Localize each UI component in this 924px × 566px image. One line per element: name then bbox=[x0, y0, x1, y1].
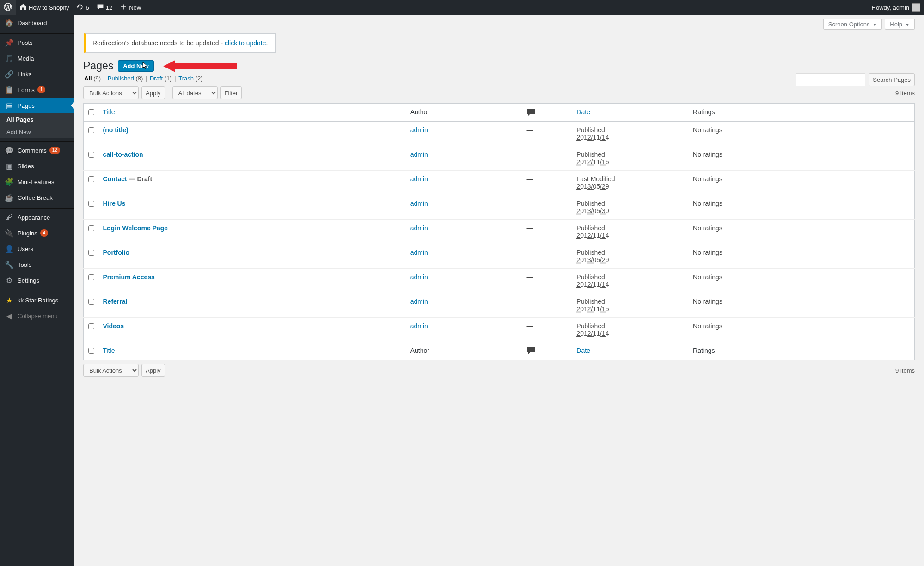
update-icon bbox=[76, 3, 84, 12]
bulk-apply-button-bottom[interactable]: Apply bbox=[141, 364, 165, 377]
author-link[interactable]: admin bbox=[410, 126, 428, 134]
sidebar-item-dashboard[interactable]: 🏠Dashboard bbox=[0, 15, 74, 31]
sidebar-item-slides[interactable]: ▣Slides bbox=[0, 158, 74, 174]
sidebar-item-label: Slides bbox=[18, 163, 34, 170]
filter-trash[interactable]: Trash bbox=[178, 75, 195, 82]
bulk-actions-select[interactable]: Bulk Actions bbox=[83, 86, 139, 99]
row-checkbox[interactable] bbox=[88, 127, 94, 133]
sidebar-item-collapse[interactable]: ◀Collapse menu bbox=[0, 308, 74, 324]
ratings-cell: No ratings bbox=[688, 122, 914, 146]
sidebar-item-forms[interactable]: 📋Forms1 bbox=[0, 82, 74, 98]
bulk-actions-select-bottom[interactable]: Bulk Actions bbox=[83, 364, 139, 377]
row-checkbox[interactable] bbox=[88, 152, 94, 158]
column-comments[interactable] bbox=[522, 104, 572, 122]
table-row: Referraladmin—Published2012/11/15No rati… bbox=[84, 293, 915, 318]
author-link[interactable]: admin bbox=[410, 273, 428, 281]
search-pages-button[interactable]: Search Pages bbox=[869, 73, 915, 86]
annotation-arrow bbox=[163, 60, 237, 72]
column-title[interactable]: Title bbox=[103, 108, 115, 116]
wp-logo[interactable] bbox=[0, 0, 16, 15]
screen-options-button[interactable]: Screen Options▼ bbox=[823, 19, 882, 30]
home-icon bbox=[19, 3, 27, 12]
sidebar-item-tools[interactable]: 🔧Tools bbox=[0, 257, 74, 272]
page-link[interactable]: Contact bbox=[103, 175, 127, 183]
items-count-bottom: 9 items bbox=[895, 367, 915, 374]
column-author: Author bbox=[406, 104, 522, 122]
posts-icon: 📌 bbox=[5, 38, 14, 47]
sidebar-item-label: Dashboard bbox=[18, 19, 47, 26]
help-button[interactable]: Help▼ bbox=[885, 19, 915, 30]
sidebar-item-media[interactable]: 🎵Media bbox=[0, 50, 74, 66]
column-comments-foot[interactable] bbox=[522, 342, 572, 360]
sidebar-item-settings[interactable]: ⚙Settings bbox=[0, 272, 74, 288]
comments-cell: — bbox=[522, 293, 572, 318]
filter-draft[interactable]: Draft bbox=[150, 75, 165, 82]
sidebar-item-label: Collapse menu bbox=[18, 313, 58, 320]
sidebar-item-plugins[interactable]: 🔌Plugins4 bbox=[0, 225, 74, 241]
new-content[interactable]: New bbox=[116, 0, 145, 15]
page-link[interactable]: Portfolio bbox=[103, 249, 130, 256]
updates[interactable]: 6 bbox=[73, 0, 92, 15]
author-link[interactable]: admin bbox=[410, 175, 428, 183]
author-link[interactable]: admin bbox=[410, 224, 428, 232]
sidebar-item-coffeebreak[interactable]: ☕Coffee Break bbox=[0, 190, 74, 205]
page-link[interactable]: Premium Access bbox=[103, 273, 155, 281]
bulk-apply-button[interactable]: Apply bbox=[141, 86, 165, 99]
badge: 4 bbox=[40, 229, 49, 237]
sidebar-item-label: Tools bbox=[18, 261, 31, 268]
comments[interactable]: 12 bbox=[93, 0, 116, 15]
sidebar-item-links[interactable]: 🔗Links bbox=[0, 66, 74, 82]
sidebar-item-comments[interactable]: 💬Comments12 bbox=[0, 142, 74, 158]
ratings-cell: No ratings bbox=[688, 269, 914, 293]
author-link[interactable]: admin bbox=[410, 200, 428, 207]
select-all-top[interactable] bbox=[88, 109, 94, 115]
sidebar-item-minifeatures[interactable]: 🧩Mini-Features bbox=[0, 174, 74, 190]
filter-button[interactable]: Filter bbox=[220, 86, 242, 99]
notice-update-link[interactable]: click to update bbox=[225, 39, 266, 47]
sidebar-sub-add-new[interactable]: Add New bbox=[0, 126, 74, 138]
author-link[interactable]: admin bbox=[410, 249, 428, 256]
ratings-cell: No ratings bbox=[688, 318, 914, 342]
sidebar-item-appearance[interactable]: 🖌Appearance bbox=[0, 209, 74, 225]
row-checkbox[interactable] bbox=[88, 250, 94, 256]
plugins-icon: 🔌 bbox=[5, 229, 14, 238]
add-new-button[interactable]: Add New bbox=[118, 60, 154, 72]
ratings-cell: No ratings bbox=[688, 195, 914, 220]
sidebar-item-label: Links bbox=[18, 71, 31, 78]
column-title-foot[interactable]: Title bbox=[103, 347, 115, 354]
author-link[interactable]: admin bbox=[410, 151, 428, 158]
page-link[interactable]: Videos bbox=[103, 322, 124, 330]
sidebar-sub-all-pages[interactable]: All Pages bbox=[0, 113, 74, 126]
row-checkbox[interactable] bbox=[88, 176, 94, 182]
author-link[interactable]: admin bbox=[410, 298, 428, 305]
page-link[interactable]: Hire Us bbox=[103, 200, 126, 207]
row-checkbox[interactable] bbox=[88, 323, 94, 329]
column-date[interactable]: Date bbox=[576, 108, 590, 116]
column-date-foot[interactable]: Date bbox=[576, 347, 590, 354]
page-link[interactable]: call-to-action bbox=[103, 151, 143, 158]
row-checkbox[interactable] bbox=[88, 201, 94, 207]
search-input[interactable] bbox=[796, 73, 865, 86]
my-account[interactable]: Howdy, admin bbox=[868, 0, 924, 15]
sidebar-item-kkstar[interactable]: ★kk Star Ratings bbox=[0, 292, 74, 308]
row-checkbox[interactable] bbox=[88, 225, 94, 231]
sidebar-item-users[interactable]: 👤Users bbox=[0, 241, 74, 257]
author-link[interactable]: admin bbox=[410, 322, 428, 330]
ratings-cell: No ratings bbox=[688, 171, 914, 195]
slides-icon: ▣ bbox=[5, 162, 14, 171]
row-checkbox[interactable] bbox=[88, 274, 94, 280]
sidebar-item-posts[interactable]: 📌Posts bbox=[0, 35, 74, 50]
filter-all[interactable]: All bbox=[84, 75, 93, 82]
select-all-bottom[interactable] bbox=[88, 348, 94, 354]
page-link[interactable]: Referral bbox=[103, 298, 128, 305]
page-link[interactable]: Login Welcome Page bbox=[103, 224, 168, 232]
row-checkbox[interactable] bbox=[88, 299, 94, 305]
page-link[interactable]: (no title) bbox=[103, 126, 129, 134]
sidebar-item-pages[interactable]: ▤Pages bbox=[0, 98, 74, 113]
site-home[interactable]: How to Shopify bbox=[16, 0, 73, 15]
admin-bar: How to Shopify 6 12 New Howdy, admin bbox=[0, 0, 924, 15]
filter-published[interactable]: Published bbox=[108, 75, 136, 82]
table-row: Videosadmin—Published2012/11/14No rating… bbox=[84, 318, 915, 342]
comments-cell: — bbox=[522, 318, 572, 342]
date-filter-select[interactable]: All dates bbox=[172, 86, 218, 99]
